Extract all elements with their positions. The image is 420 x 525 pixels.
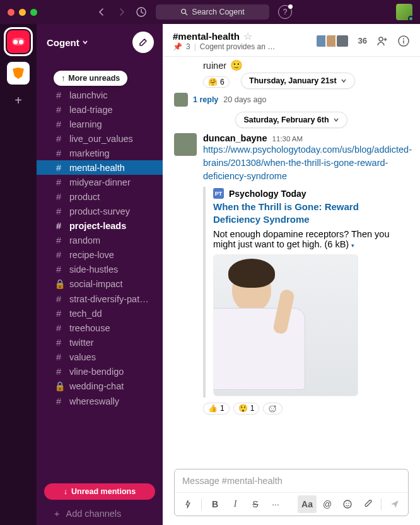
composer-toolbar: B I S ··· Aa @ [175, 492, 408, 516]
add-workspace-icon[interactable]: + [15, 93, 22, 108]
sidebar-channel[interactable]: #project-leads [37, 218, 163, 233]
close-window[interactable] [8, 9, 15, 16]
sidebar-channel[interactable]: #twitter [37, 335, 163, 350]
message-composer[interactable]: Message #mental-health B I S ··· Aa @ [174, 469, 409, 516]
channel-prefix-icon: # [54, 148, 63, 158]
channel-content: #mental-health ☆ 📌 3 | Cogent provides a… [163, 24, 420, 525]
sidebar-channel[interactable]: #mental-health [37, 160, 163, 175]
channel-name: project-leads [69, 221, 126, 231]
sidebar-channel[interactable]: #vline-bendigo [37, 364, 163, 379]
history-icon[interactable] [136, 6, 147, 18]
nav-forward-icon[interactable] [117, 7, 127, 17]
sidebar-channel[interactable]: #whereswally [37, 394, 163, 408]
avatar[interactable] [174, 133, 197, 156]
unfurl-image[interactable] [213, 254, 358, 396]
strike-button[interactable]: S [246, 495, 265, 513]
channel-name: recipe-love [69, 250, 114, 260]
sidebar-channel[interactable]: #tech_dd [37, 306, 163, 321]
more-format-button[interactable]: ··· [266, 495, 285, 513]
unfurl-site: Psychology Today [229, 189, 306, 199]
collapse-icon[interactable]: ▾ [351, 242, 354, 249]
unread-mentions-label: Unread mentions [71, 487, 136, 496]
shortcuts-icon[interactable] [178, 495, 197, 513]
unfurl-favicon: PT [213, 188, 224, 199]
attach-button[interactable] [358, 495, 377, 513]
toggle-formatting-button[interactable]: Aa [298, 495, 317, 513]
message-list[interactable]: ruiner 🙂 🤗 6 Thursday, January 21st 1 [163, 57, 420, 469]
message-time: 11:30 AM [272, 135, 303, 143]
channel-name: lead-triage [69, 105, 113, 115]
channel-name: launchvic [69, 90, 107, 100]
send-button[interactable] [385, 495, 404, 513]
sidebar-channel[interactable]: #treehouse [37, 321, 163, 335]
add-people-icon[interactable] [376, 35, 388, 47]
sidebar-channel[interactable]: #product [37, 189, 163, 204]
info-icon[interactable] [397, 35, 410, 47]
sidebar-channel[interactable]: #launchvic [37, 88, 163, 102]
sidebar-channel[interactable]: #product-survey [37, 204, 163, 218]
more-unreads-pill[interactable]: ↑More unreads [54, 71, 127, 86]
thread-reply-link[interactable]: 1 reply [193, 95, 218, 104]
minimize-window[interactable] [19, 9, 26, 16]
sidebar-channel[interactable]: 🔒wedding-chat [37, 379, 163, 394]
workspace-menu[interactable]: Cogent [47, 37, 88, 48]
workspace-switcher-2[interactable] [7, 62, 30, 85]
reaction[interactable]: 🤗 6 [203, 76, 230, 88]
workspace-switcher-1[interactable] [7, 30, 30, 53]
unfurl-title[interactable]: When the Thrill is Gone: Reward Deficien… [213, 201, 409, 227]
sidebar-channel[interactable]: #values [37, 350, 163, 364]
emoji-button[interactable] [338, 495, 357, 513]
unread-mentions-pill[interactable]: ↓Unread mentions [44, 483, 155, 500]
reaction[interactable]: 👍 1 [203, 403, 230, 415]
add-reaction-icon[interactable] [263, 403, 283, 415]
reaction[interactable]: 😲 1 [233, 403, 260, 415]
sidebar-channel[interactable]: #strat-diversify-pat… [37, 292, 163, 306]
sidebar-channel[interactable]: #random [37, 233, 163, 247]
channel-prefix-icon: # [54, 206, 63, 216]
composer-input[interactable]: Message #mental-health [175, 469, 408, 492]
user-avatar[interactable] [396, 4, 412, 20]
date-divider[interactable]: Thursday, January 21st [241, 73, 355, 89]
sidebar-channel[interactable]: 🔒social-impact [37, 276, 163, 292]
channel-name: treehouse [69, 323, 110, 333]
sidebar-channel[interactable]: #side-hustles [37, 262, 163, 276]
italic-button[interactable]: I [226, 495, 245, 513]
sidebar-channel[interactable]: #learning [37, 117, 163, 131]
channel-list: #iwd#launchvic#lead-triage#learning#live… [37, 59, 163, 480]
sidebar-channel[interactable]: #recipe-love [37, 247, 163, 262]
titlebar: Search Cogent ? [0, 0, 420, 24]
compose-button[interactable] [132, 32, 154, 53]
add-channels-link[interactable]: + Add channels [37, 506, 163, 525]
pin-icon[interactable]: 📌 [173, 42, 182, 51]
nav-back-icon[interactable] [96, 7, 107, 17]
sidebar-channel[interactable]: #midyear-dinner [37, 175, 163, 189]
help-icon[interactable]: ? [278, 5, 292, 19]
sidebar-channel[interactable]: #live_our_values [37, 131, 163, 146]
sidebar-channel[interactable]: #lead-triage [37, 102, 163, 117]
avatar [174, 93, 188, 107]
channel-prefix-icon: # [54, 367, 63, 377]
svg-point-10 [348, 503, 349, 504]
channel-prefix-icon: # [54, 192, 63, 202]
member-avatars[interactable] [319, 34, 349, 48]
channel-topic[interactable]: Cogent provides an … [200, 42, 275, 51]
message-author[interactable]: duncan_bayne [203, 133, 267, 143]
mention-button[interactable]: @ [318, 495, 337, 513]
svg-point-9 [346, 503, 347, 504]
date-divider[interactable]: Saturday, February 6th [235, 112, 347, 128]
bold-button[interactable]: B [206, 495, 225, 513]
svg-point-1 [182, 9, 186, 14]
channel-prefix-icon: # [54, 323, 63, 333]
channel-prefix-icon: # [54, 221, 63, 231]
search-input[interactable]: Search Cogent [156, 4, 269, 20]
message-url[interactable]: https://www.psychologytoday.com/us/blog/… [203, 145, 412, 181]
plus-icon: + [54, 509, 59, 519]
channel-prefix-icon: # [54, 309, 63, 319]
sidebar-channel[interactable]: #marketing [37, 146, 163, 160]
channel-prefix-icon: # [54, 264, 63, 274]
zoom-window[interactable] [30, 9, 37, 16]
channel-title[interactable]: #mental-health [173, 31, 240, 42]
channel-name: random [69, 235, 100, 245]
star-icon[interactable]: ☆ [243, 30, 252, 42]
member-count[interactable]: 36 [358, 36, 367, 45]
